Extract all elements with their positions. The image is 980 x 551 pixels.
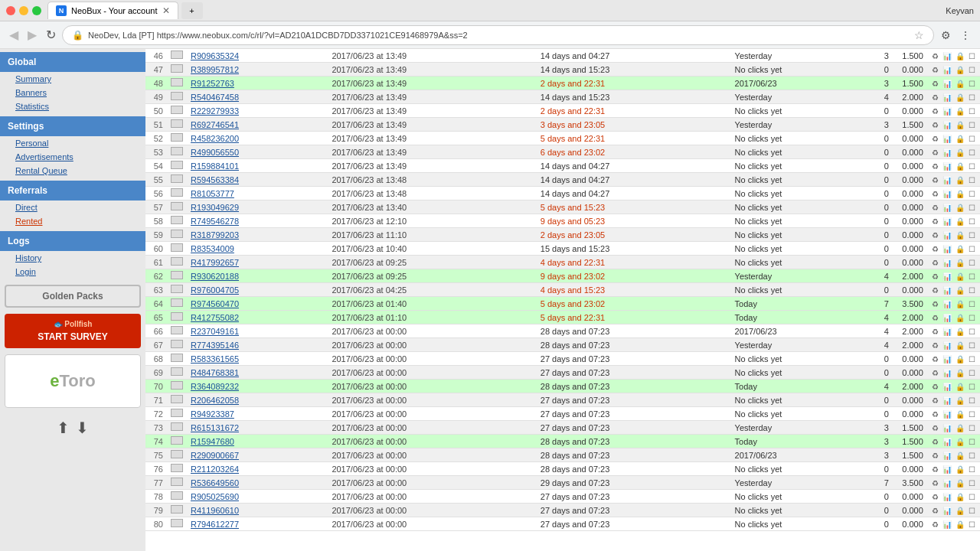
row-ref[interactable]: R774395146 xyxy=(187,338,328,352)
row-ref[interactable]: R905025690 xyxy=(187,490,328,504)
row-ref[interactable]: R411960610 xyxy=(187,504,328,517)
recycle-icon[interactable]: ♻ xyxy=(932,369,939,377)
recycle-icon[interactable]: ♻ xyxy=(932,259,939,267)
stats-icon[interactable]: 📊 xyxy=(942,355,952,364)
new-tab-btn[interactable]: + xyxy=(181,2,203,19)
row-ref[interactable]: R83534009 xyxy=(187,242,328,256)
stats-icon[interactable]: 📊 xyxy=(942,66,952,74)
checkbox-icon[interactable]: ☐ xyxy=(969,107,975,116)
checkbox-icon[interactable]: ☐ xyxy=(969,369,975,377)
active-tab[interactable]: N NeoBux - Your account ✕ xyxy=(47,2,178,19)
recycle-icon[interactable]: ♻ xyxy=(932,121,939,129)
checkbox-icon[interactable]: ☐ xyxy=(969,355,975,364)
recycle-icon[interactable]: ♻ xyxy=(932,438,939,446)
checkbox-icon[interactable]: ☐ xyxy=(969,396,975,405)
stats-icon[interactable]: 📊 xyxy=(942,107,952,116)
row-ref[interactable]: R389957812 xyxy=(187,63,328,77)
row-ref[interactable]: R318799203 xyxy=(187,228,328,242)
address-field[interactable]: 🔒 NeoDev, Lda [PT] https://www.neobux.co… xyxy=(62,25,934,45)
minimize-window-btn[interactable] xyxy=(19,6,28,15)
row-ref[interactable]: R206462058 xyxy=(187,393,328,407)
row-ref[interactable]: R692746541 xyxy=(187,118,328,132)
recycle-icon[interactable]: ♻ xyxy=(932,452,939,460)
sidebar-item-advertisements[interactable]: Advertisements xyxy=(0,150,145,164)
lock-icon[interactable]: 🔒 xyxy=(956,231,965,240)
extensions-btn[interactable]: ⚙ xyxy=(937,27,954,44)
tab-close-btn[interactable]: ✕ xyxy=(162,5,170,16)
row-ref[interactable]: R536649560 xyxy=(187,476,328,490)
row-ref[interactable]: R974560470 xyxy=(187,297,328,311)
recycle-icon[interactable]: ♻ xyxy=(932,507,939,515)
survey-box[interactable]: 🐟 Pollfish START SURVEY xyxy=(5,314,141,348)
lock-icon[interactable]: 🔒 xyxy=(956,162,965,171)
sidebar-item-statistics[interactable]: Statistics xyxy=(0,99,145,113)
lock-icon[interactable]: 🔒 xyxy=(956,217,965,226)
lock-icon[interactable]: 🔒 xyxy=(956,80,965,88)
checkbox-icon[interactable]: ☐ xyxy=(969,148,975,157)
stats-icon[interactable]: 📊 xyxy=(942,396,952,405)
recycle-icon[interactable]: ♻ xyxy=(932,52,939,60)
lock-icon[interactable]: 🔒 xyxy=(956,135,965,143)
lock-icon[interactable]: 🔒 xyxy=(956,465,965,474)
checkbox-icon[interactable]: ☐ xyxy=(969,341,975,350)
etoro-box[interactable]: eToro xyxy=(5,354,141,408)
stats-icon[interactable]: 📊 xyxy=(942,452,952,460)
bookmark-star[interactable]: ☆ xyxy=(914,29,924,41)
stats-icon[interactable]: 📊 xyxy=(942,493,952,501)
row-ref[interactable]: R94923387 xyxy=(187,407,328,421)
checkbox-icon[interactable]: ☐ xyxy=(969,52,975,60)
recycle-icon[interactable]: ♻ xyxy=(932,520,939,529)
checkbox-icon[interactable]: ☐ xyxy=(969,424,975,432)
row-ref[interactable]: R91252763 xyxy=(187,77,328,90)
recycle-icon[interactable]: ♻ xyxy=(932,479,939,487)
row-ref[interactable]: R229279933 xyxy=(187,104,328,118)
lock-icon[interactable]: 🔒 xyxy=(956,452,965,460)
forward-btn[interactable]: ▶ xyxy=(24,24,40,45)
stats-icon[interactable]: 📊 xyxy=(942,341,952,350)
lock-icon[interactable]: 🔒 xyxy=(956,410,965,419)
recycle-icon[interactable]: ♻ xyxy=(932,314,939,322)
recycle-icon[interactable]: ♻ xyxy=(932,300,939,308)
checkbox-icon[interactable]: ☐ xyxy=(969,300,975,308)
lock-icon[interactable]: 🔒 xyxy=(956,93,965,102)
start-survey-btn[interactable]: START SURVEY xyxy=(11,331,135,342)
stats-icon[interactable]: 📊 xyxy=(942,438,952,446)
recycle-icon[interactable]: ♻ xyxy=(932,162,939,171)
lock-icon[interactable]: 🔒 xyxy=(956,355,965,364)
checkbox-icon[interactable]: ☐ xyxy=(969,80,975,88)
stats-icon[interactable]: 📊 xyxy=(942,314,952,322)
lock-icon[interactable]: 🔒 xyxy=(956,286,965,295)
row-ref[interactable]: R211203264 xyxy=(187,462,328,476)
sidebar-item-rented[interactable]: Rented xyxy=(0,214,145,228)
stats-icon[interactable]: 📊 xyxy=(942,369,952,377)
stats-icon[interactable]: 📊 xyxy=(942,135,952,143)
lock-icon[interactable]: 🔒 xyxy=(956,383,965,391)
lock-icon[interactable]: 🔒 xyxy=(956,300,965,308)
row-ref[interactable]: R749546278 xyxy=(187,214,328,228)
next-page-btn[interactable]: ⬇ xyxy=(76,419,89,437)
lock-icon[interactable]: 🔒 xyxy=(956,479,965,487)
checkbox-icon[interactable]: ☐ xyxy=(969,286,975,295)
checkbox-icon[interactable]: ☐ xyxy=(969,452,975,460)
prev-page-btn[interactable]: ⬆ xyxy=(57,419,70,437)
checkbox-icon[interactable]: ☐ xyxy=(969,493,975,501)
stats-icon[interactable]: 📊 xyxy=(942,465,952,474)
row-ref[interactable]: R81053777 xyxy=(187,187,328,201)
row-ref[interactable]: R364089232 xyxy=(187,380,328,393)
checkbox-icon[interactable]: ☐ xyxy=(969,231,975,240)
row-ref[interactable]: R237049161 xyxy=(187,324,328,338)
checkbox-icon[interactable]: ☐ xyxy=(969,507,975,515)
row-ref[interactable]: R499056550 xyxy=(187,145,328,159)
back-btn[interactable]: ◀ xyxy=(6,24,21,45)
checkbox-icon[interactable]: ☐ xyxy=(969,410,975,419)
lock-icon[interactable]: 🔒 xyxy=(956,520,965,529)
sidebar-item-rental-queue[interactable]: Rental Queue xyxy=(0,164,145,178)
stats-icon[interactable]: 📊 xyxy=(942,259,952,267)
lock-icon[interactable]: 🔒 xyxy=(956,66,965,74)
sidebar-item-summary[interactable]: Summary xyxy=(0,72,145,86)
lock-icon[interactable]: 🔒 xyxy=(956,272,965,281)
row-ref[interactable]: R15947680 xyxy=(187,435,328,448)
lock-icon[interactable]: 🔒 xyxy=(956,438,965,446)
recycle-icon[interactable]: ♻ xyxy=(932,286,939,295)
stats-icon[interactable]: 📊 xyxy=(942,148,952,157)
